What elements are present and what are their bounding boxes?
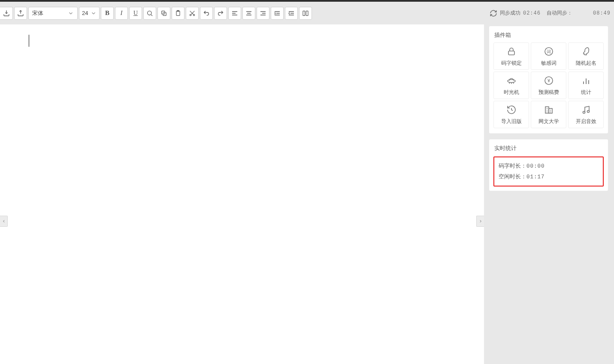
next-chapter-button[interactable] xyxy=(476,216,484,227)
plugin-label: 开启音效 xyxy=(576,118,596,125)
copy-button[interactable] xyxy=(157,7,170,20)
font-family-value: 宋体 xyxy=(32,9,43,17)
lock-icon xyxy=(506,46,517,57)
italic-icon: I xyxy=(121,9,123,17)
chevron-down-icon xyxy=(91,10,97,16)
download-in-icon xyxy=(3,9,10,17)
plugin-random-name[interactable]: 随机起名 xyxy=(568,42,604,70)
stats-highlight-box: 码字时长：00:00 空闲时长：01:17 xyxy=(493,156,604,187)
svg-point-5 xyxy=(190,14,191,15)
plugin-predict-income[interactable]: ¥ 预测稿费 xyxy=(531,72,566,99)
svg-text:¥: ¥ xyxy=(547,78,550,83)
prev-chapter-button[interactable] xyxy=(0,216,8,227)
plugin-lock-typing[interactable]: 码字锁定 xyxy=(493,42,529,70)
svg-point-6 xyxy=(193,14,194,15)
svg-rect-8 xyxy=(306,11,308,15)
font-family-select[interactable]: 宋体 xyxy=(28,7,78,20)
chevron-right-icon xyxy=(478,218,483,224)
undo-button[interactable] xyxy=(200,7,213,20)
text-cursor xyxy=(29,35,29,47)
stat-idle-value: 01:17 xyxy=(526,174,545,180)
underline-icon: U xyxy=(133,10,138,17)
stat-typing-value: 00:00 xyxy=(526,163,545,169)
plugins-panel-title: 插件箱 xyxy=(493,30,604,42)
sync-status-label: 同步成功 xyxy=(500,9,520,17)
auto-sync-label: 自动同步： xyxy=(547,9,572,17)
align-right-icon xyxy=(260,10,266,17)
layout-icon xyxy=(302,10,309,17)
svg-rect-9 xyxy=(508,51,514,55)
copy-icon xyxy=(160,10,167,17)
typesetting-button[interactable] xyxy=(299,7,312,20)
head-icon xyxy=(581,46,591,57)
sidebar: 插件箱 码字锁定 词 敏感词 xyxy=(484,24,614,364)
paste-icon xyxy=(175,10,181,17)
redo-button[interactable] xyxy=(214,7,227,20)
align-left-button[interactable] xyxy=(228,7,241,20)
svg-point-17 xyxy=(583,111,585,113)
plugins-panel: 插件箱 码字锁定 词 敏感词 xyxy=(489,26,608,133)
plugin-label: 预测稿费 xyxy=(538,89,559,96)
undo-icon xyxy=(203,10,210,17)
history-icon xyxy=(506,104,517,115)
search-icon xyxy=(146,10,153,17)
search-button[interactable] xyxy=(143,7,156,20)
export-button[interactable] xyxy=(14,7,27,20)
sync-status: 同步成功 02:46 xyxy=(490,9,541,17)
stat-idle-label: 空闲时长： xyxy=(499,174,526,180)
realtime-stats-panel: 实时统计 码字时长：00:00 空闲时长：01:17 xyxy=(489,139,608,191)
plugin-label: 码字锁定 xyxy=(501,60,522,67)
plugin-statistics[interactable]: 统计 xyxy=(568,72,604,99)
plugin-time-machine[interactable]: 时光机 xyxy=(493,72,529,99)
cut-icon xyxy=(189,10,196,17)
ufo-icon xyxy=(506,75,517,86)
redo-icon xyxy=(217,10,224,17)
chevron-down-icon xyxy=(68,10,74,16)
music-icon xyxy=(581,104,591,115)
plugin-label: 导入旧版 xyxy=(501,118,522,125)
plugin-wangwen-university[interactable]: 网文大学 xyxy=(531,101,566,128)
stat-idle-duration: 空闲时长：01:17 xyxy=(499,171,599,182)
stats-panel-title: 实时统计 xyxy=(493,144,604,154)
font-size-value: 24 xyxy=(82,10,88,16)
plugin-sensitive-words[interactable]: 词 敏感词 xyxy=(531,42,566,70)
editor-canvas[interactable] xyxy=(0,24,484,364)
bold-button[interactable]: B xyxy=(101,7,114,20)
toolbar-right: 同步成功 02:46 自动同步： 08:49 xyxy=(490,9,611,17)
plugin-label: 网文大学 xyxy=(538,118,559,125)
toolbar: 宋体 24 B I U xyxy=(0,2,614,24)
svg-rect-7 xyxy=(303,11,305,15)
stat-typing-duration: 码字时长：00:00 xyxy=(499,161,599,171)
plugin-label: 随机起名 xyxy=(576,60,596,67)
cut-button[interactable] xyxy=(186,7,199,20)
sync-icon xyxy=(490,9,497,17)
main-area: 插件箱 码字锁定 词 敏感词 xyxy=(0,24,614,364)
svg-rect-16 xyxy=(549,108,552,113)
import-button[interactable] xyxy=(0,7,13,20)
paste-button[interactable] xyxy=(172,7,185,20)
svg-point-0 xyxy=(148,11,151,15)
bold-icon: B xyxy=(105,9,109,17)
editor-wrap xyxy=(0,24,484,364)
plugins-grid: 码字锁定 词 敏感词 随机起名 xyxy=(493,42,604,128)
underline-button[interactable]: U xyxy=(129,7,142,20)
align-center-icon xyxy=(245,10,252,17)
building-icon xyxy=(544,104,554,115)
yen-icon: ¥ xyxy=(544,75,554,86)
plugin-import-old[interactable]: 导入旧版 xyxy=(493,101,529,128)
outdent-button[interactable] xyxy=(285,7,298,20)
font-size-select[interactable]: 24 xyxy=(79,7,100,20)
italic-button[interactable]: I xyxy=(115,7,128,20)
bar-chart-icon xyxy=(581,75,591,86)
clock-time: 08:49 xyxy=(593,10,611,16)
indent-icon xyxy=(274,10,281,17)
align-right-button[interactable] xyxy=(257,7,269,20)
align-center-button[interactable] xyxy=(242,7,255,20)
svg-point-12 xyxy=(508,79,515,82)
outdent-icon xyxy=(288,10,295,17)
sync-status-time: 02:46 xyxy=(523,10,541,16)
plugin-label: 统计 xyxy=(581,89,591,96)
toolbar-left: 宋体 24 B I U xyxy=(0,7,312,20)
indent-button[interactable] xyxy=(271,7,284,20)
plugin-enable-sound[interactable]: 开启音效 xyxy=(568,101,604,128)
